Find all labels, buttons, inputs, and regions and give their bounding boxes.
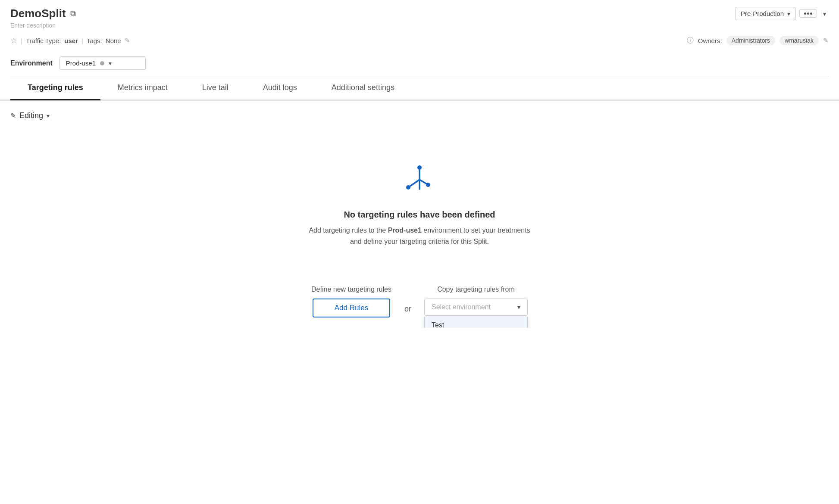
tags-label: Tags: [87, 37, 102, 44]
or-label: or [404, 305, 411, 314]
tab-metrics-impact[interactable]: Metrics impact [100, 76, 185, 100]
copy-icon[interactable]: ⧉ [70, 9, 76, 18]
env-dropdown-label: Pre-Production [741, 10, 784, 17]
tab-additional-settings[interactable]: Additional settings [314, 76, 412, 100]
editing-label: Editing [19, 111, 43, 120]
actions-row: Define new targeting rules Add Rules or … [10, 286, 829, 317]
select-environment-button[interactable]: Select environment ▾ [424, 299, 528, 316]
title-right: Pre-Production ▾ ▾ [735, 7, 829, 20]
svg-point-5 [426, 183, 430, 187]
page-header: DemoSplit ⧉ Pre-Production ▾ ▾ Enter des… [0, 0, 839, 101]
tab-targeting-rules[interactable]: Targeting rules [10, 76, 100, 100]
environment-row: Environment Prod-use1 ▾ [10, 50, 829, 76]
define-rules-group: Define new targeting rules Add Rules [311, 286, 391, 317]
branch-icon [402, 163, 437, 199]
copy-rules-group: Copy targeting rules from Select environ… [424, 286, 528, 316]
select-env-placeholder: Select environment [432, 303, 491, 311]
env-status-dot [100, 61, 104, 65]
traffic-type-label: Traffic Type: [26, 37, 61, 44]
empty-state: No targeting rules have been defined Add… [10, 137, 829, 264]
empty-state-title: No targeting rules have been defined [344, 210, 495, 220]
environment-label: Environment [10, 59, 53, 67]
meta-left: ☆ | Traffic Type: user | Tags: None ✎ [10, 36, 130, 45]
title-row: DemoSplit ⧉ Pre-Production ▾ ▾ [10, 7, 829, 20]
title-left: DemoSplit ⧉ [10, 7, 76, 20]
env-select-chevron: ▾ [109, 60, 112, 67]
owners-label: Owners: [698, 37, 722, 44]
editing-row[interactable]: ✎ Editing ▾ [10, 111, 829, 120]
tabs-navigation: Targeting rules Metrics impact Live tail… [0, 76, 839, 100]
meta-right: ⓘ Owners: Administrators wmarusiak ✎ [687, 36, 829, 45]
editing-chevron: ▾ [47, 112, 50, 119]
environment-select[interactable]: Prod-use1 ▾ [59, 56, 146, 70]
description-placeholder[interactable]: Enter description [10, 22, 829, 29]
select-env-chevron: ▾ [517, 304, 520, 311]
owners-help-icon: ⓘ [687, 36, 694, 45]
add-rules-button[interactable]: Add Rules [313, 299, 390, 317]
dot1 [804, 12, 806, 15]
empty-desc-env: Prod-use1 [388, 227, 422, 234]
empty-state-description: Add targeting rules to the Prod-use1 env… [307, 225, 532, 247]
tab-live-tail[interactable]: Live tail [185, 76, 246, 100]
tab-audit-logs[interactable]: Audit logs [246, 76, 314, 100]
traffic-type-value: user [64, 37, 78, 44]
svg-point-4 [406, 185, 410, 190]
empty-desc-prefix: Add targeting rules to the [309, 227, 388, 234]
editing-pencil-icon: ✎ [10, 112, 16, 120]
copy-rules-label: Copy targeting rules from [437, 286, 515, 293]
main-content: ✎ Editing ▾ No targeting rules have been… [0, 101, 839, 328]
dot3 [810, 12, 812, 15]
meta-row: ☆ | Traffic Type: user | Tags: None ✎ ⓘ … [10, 32, 829, 50]
more-options-button[interactable] [799, 9, 817, 18]
dot2 [807, 12, 809, 15]
environment-dropdown[interactable]: Pre-Production ▾ [735, 7, 796, 20]
owner-badge-wmarusiak: wmarusiak [780, 36, 819, 45]
expand-chevron: ▾ [823, 10, 826, 17]
page-title: DemoSplit [10, 7, 66, 20]
tags-value: None [106, 37, 121, 44]
owners-edit-icon[interactable]: ✎ [823, 37, 829, 44]
dropdown-item-test[interactable]: Test [425, 316, 527, 328]
favorite-icon[interactable]: ☆ [10, 36, 17, 45]
environment-selected-value: Prod-use1 [66, 59, 96, 67]
expand-button[interactable]: ▾ [820, 7, 829, 20]
select-environment-wrapper: Select environment ▾ Test [424, 299, 528, 316]
svg-point-3 [417, 165, 422, 170]
env-dropdown-chevron: ▾ [787, 10, 790, 17]
define-rules-label: Define new targeting rules [311, 286, 391, 293]
environment-dropdown-menu: Test [424, 316, 528, 328]
owner-badge-administrators: Administrators [726, 36, 775, 45]
tags-edit-icon[interactable]: ✎ [125, 37, 130, 44]
